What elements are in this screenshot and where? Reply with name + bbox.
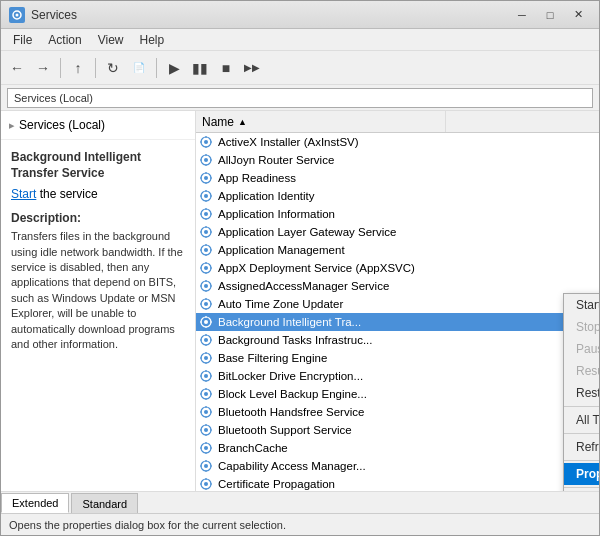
menu-file[interactable]: File <box>5 31 40 49</box>
ctx-start[interactable]: Start <box>564 294 599 316</box>
service-list[interactable]: ActiveX Installer (AxInstSV) AllJoyn Rou… <box>196 133 599 491</box>
svg-point-57 <box>204 302 208 306</box>
service-row-name: Application Identity <box>218 190 446 202</box>
tree-item-services-local[interactable]: ▸ Services (Local) <box>7 117 189 133</box>
maximize-button[interactable]: □ <box>537 6 563 24</box>
table-row[interactable]: AssignedAccessManager Service <box>196 277 599 295</box>
svg-point-75 <box>204 356 208 360</box>
service-row-icon <box>198 152 214 168</box>
table-row[interactable]: AppX Deployment Service (AppXSVC) <box>196 259 599 277</box>
table-row[interactable]: Auto Time Zone Updater <box>196 295 599 313</box>
service-row-icon <box>198 386 214 402</box>
window-icon <box>9 7 25 23</box>
table-row[interactable]: Capability Access Manager... <box>196 457 599 475</box>
svg-point-93 <box>204 410 208 414</box>
tree-label: Services (Local) <box>19 118 105 132</box>
column-header: Name ▲ <box>196 111 599 133</box>
menu-help[interactable]: Help <box>132 31 173 49</box>
service-row-name: Background Intelligent Tra... <box>218 316 446 328</box>
start-service-link[interactable]: Start <box>11 187 36 201</box>
svg-point-81 <box>204 374 208 378</box>
status-bar: Opens the properties dialog box for the … <box>1 513 599 535</box>
description-text: Transfers files in the background using … <box>11 229 185 352</box>
svg-point-51 <box>204 284 208 288</box>
stop-service-button[interactable]: ■ <box>214 56 238 80</box>
ctx-sep-4 <box>564 487 599 488</box>
ctx-help[interactable]: Help <box>564 490 599 491</box>
refresh-button[interactable]: ↻ <box>101 56 125 80</box>
title-bar: Services ─ □ ✕ <box>1 1 599 29</box>
svg-point-87 <box>204 392 208 396</box>
service-row-name: Base Filtering Engine <box>218 352 446 364</box>
tabs-row: Extended Standard <box>1 491 599 513</box>
selected-service-name: Background Intelligent Transfer Service <box>11 150 185 181</box>
service-row-icon <box>198 422 214 438</box>
service-row-name: AllJoyn Router Service <box>218 154 446 166</box>
address-value: Services (Local) <box>7 88 593 108</box>
table-row[interactable]: Certificate Propagation <box>196 475 599 491</box>
ctx-resume: Resume <box>564 360 599 382</box>
ctx-properties[interactable]: Properties <box>564 463 599 485</box>
menu-action[interactable]: Action <box>40 31 89 49</box>
table-row[interactable]: App Readiness <box>196 169 599 187</box>
service-row-icon <box>198 404 214 420</box>
table-row[interactable]: ActiveX Installer (AxInstSV) <box>196 133 599 151</box>
service-row-icon <box>198 224 214 240</box>
sort-arrow: ▲ <box>238 117 247 127</box>
service-row-icon <box>198 260 214 276</box>
minimize-button[interactable]: ─ <box>509 6 535 24</box>
svg-point-1 <box>16 13 19 16</box>
svg-point-69 <box>204 338 208 342</box>
svg-point-63 <box>204 320 208 324</box>
service-row-icon <box>198 206 214 222</box>
table-row[interactable]: Application Layer Gateway Service <box>196 223 599 241</box>
svg-point-117 <box>204 482 208 486</box>
table-row[interactable]: Application Information <box>196 205 599 223</box>
svg-point-39 <box>204 248 208 252</box>
service-row-icon <box>198 440 214 456</box>
table-row[interactable]: BranchCache <box>196 439 599 457</box>
restart-service-button[interactable]: ▶▶ <box>240 56 264 80</box>
service-row-name: App Readiness <box>218 172 446 184</box>
start-service-area: Start the service <box>11 187 185 201</box>
service-row-name: Block Level Backup Engine... <box>218 388 446 400</box>
start-suffix: the service <box>36 187 97 201</box>
table-row[interactable]: Application Management <box>196 241 599 259</box>
ctx-sep-1 <box>564 406 599 407</box>
table-row[interactable]: Background Intelligent Tra... <box>196 313 599 331</box>
ctx-refresh[interactable]: Refresh <box>564 436 599 458</box>
table-row[interactable]: Application Identity <box>196 187 599 205</box>
forward-button[interactable]: → <box>31 56 55 80</box>
right-panel: Name ▲ ActiveX Installer (AxInstSV) AllJ… <box>196 111 599 491</box>
export-button[interactable]: 📄 <box>127 56 151 80</box>
service-row-icon <box>198 278 214 294</box>
service-row-icon <box>198 170 214 186</box>
table-row[interactable]: BitLocker Drive Encryption... <box>196 367 599 385</box>
ctx-restart[interactable]: Restart <box>564 382 599 404</box>
pause-service-button[interactable]: ▮▮ <box>188 56 212 80</box>
table-row[interactable]: Bluetooth Handsfree Service <box>196 403 599 421</box>
tab-extended[interactable]: Extended <box>1 493 69 513</box>
left-panel: ▸ Services (Local) Background Intelligen… <box>1 111 196 491</box>
svg-point-33 <box>204 230 208 234</box>
tree-expand-icon: ▸ <box>9 119 15 132</box>
main-content: ▸ Services (Local) Background Intelligen… <box>1 111 599 491</box>
table-row[interactable]: Base Filtering Engine <box>196 349 599 367</box>
table-row[interactable]: Block Level Backup Engine... <box>196 385 599 403</box>
toolbar-separator-2 <box>95 58 96 78</box>
close-button[interactable]: ✕ <box>565 6 591 24</box>
context-menu: Start Stop Pause Resume Restart All Task… <box>563 293 599 491</box>
tab-standard[interactable]: Standard <box>71 493 138 513</box>
ctx-all-tasks[interactable]: All Tasks ► <box>564 409 599 431</box>
svg-point-27 <box>204 212 208 216</box>
menu-view[interactable]: View <box>90 31 132 49</box>
service-row-icon <box>198 476 214 491</box>
start-service-button[interactable]: ▶ <box>162 56 186 80</box>
table-row[interactable]: Bluetooth Support Service <box>196 421 599 439</box>
table-row[interactable]: Background Tasks Infrastruc... <box>196 331 599 349</box>
table-row[interactable]: AllJoyn Router Service <box>196 151 599 169</box>
up-button[interactable]: ↑ <box>66 56 90 80</box>
service-row-icon <box>198 332 214 348</box>
svg-point-15 <box>204 176 208 180</box>
back-button[interactable]: ← <box>5 56 29 80</box>
